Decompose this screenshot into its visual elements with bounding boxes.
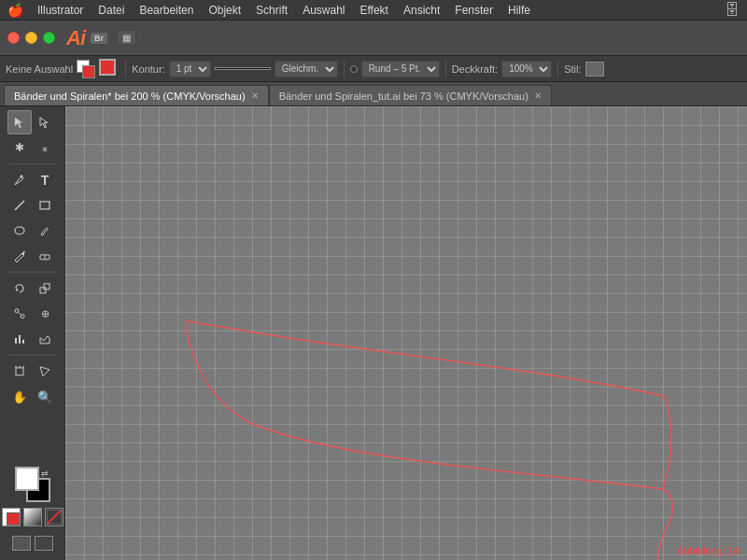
br-badge[interactable]: Br [91,33,107,44]
svg-rect-13 [19,335,21,343]
dropbox-icon: 🗄 [725,2,740,19]
rotate-tool[interactable] [7,276,32,301]
status-bar: Abbildung: 14 [677,545,740,556]
menu-bar: 🍎 Illustrator Datei Bearbeiten Objekt Sc… [0,0,747,21]
svg-point-3 [15,227,24,234]
properties-bar: Keine Auswahl Kontur: 1 pt 2 pt 3 pt Gle… [0,56,747,82]
svg-rect-7 [40,287,46,293]
menu-hilfe[interactable]: Hilfe [501,2,537,19]
pen-tool[interactable] [7,168,32,192]
fill-none-box[interactable] [2,508,21,526]
area-chart-tool[interactable] [33,327,57,351]
svg-point-0 [21,175,23,178]
tool-row-select [7,110,57,134]
tab-bar: Bänder und Spiralen* bei 200 % (CMYK/Vor… [0,82,747,106]
round-dropdown[interactable]: Rund – 5 Pt. [361,61,440,77]
svg-point-9 [15,309,19,313]
app-logo: Ai [66,26,85,50]
tool-row-pencil [7,244,57,268]
fill-color-box[interactable] [99,59,120,79]
menu-effekt[interactable]: Effekt [353,2,394,19]
minimize-button[interactable] [25,32,37,44]
none-box[interactable] [45,508,63,526]
tab-0-close[interactable]: ✕ [251,91,259,101]
swap-colors-icon[interactable]: ⇄ [41,469,49,478]
eraser-tool[interactable] [33,244,57,268]
stil-box[interactable] [585,62,604,77]
svg-rect-12 [15,338,17,343]
tool-sep-3 [8,355,57,356]
round-indicator [350,65,358,73]
menu-datei[interactable]: Datei [92,2,131,19]
svg-rect-15 [16,368,23,375]
close-button[interactable] [7,32,20,44]
separator3 [445,61,446,77]
maximize-button[interactable] [43,32,55,44]
rect-tool[interactable] [33,193,57,217]
svg-line-19 [47,510,62,525]
tab-0[interactable]: Bänder und Spiralen* bei 200 % (CMYK/Vor… [4,85,269,105]
brush-tool[interactable] [33,218,57,243]
menu-auswahl[interactable]: Auswahl [296,2,351,19]
gradient-box[interactable] [23,508,42,526]
no-selection-label: Keine Auswahl [6,63,73,75]
stroke-style-dropdown[interactable]: Gleichm. [275,61,338,77]
grid-button[interactable]: ▦ [117,30,136,46]
title-bar: Ai Br ▦ [0,21,747,56]
drawing-svg [65,106,747,560]
magic-wand-tool[interactable]: ⁎ [33,135,57,160]
foreground-color[interactable] [15,467,39,491]
screen-mode-row [12,536,53,551]
menu-ansicht[interactable]: Ansicht [397,2,446,19]
separator4 [557,61,558,77]
tab-1[interactable]: Bänder und Spiralen_tut.ai bei 73 % (CMY… [269,85,552,105]
tool-sep-2 [8,272,57,273]
stroke-color-indicator[interactable] [77,60,95,78]
tool-row-ellipse [7,218,57,243]
artboard-tool[interactable] [7,359,32,384]
normal-screen-button[interactable] [12,536,31,551]
tool-sep-1 [8,163,57,164]
tool-row-blend: ⊕ [7,301,57,326]
menu-fenster[interactable]: Fenster [448,2,500,19]
kontur-label: Kontur: [132,63,164,75]
stroke-preview [215,67,271,70]
tool-row-pen: T [7,168,57,192]
hand-tool[interactable]: ✋ [7,385,32,409]
svg-line-1 [15,201,24,210]
main-area: ✱ ⁎ T [0,106,747,560]
menu-illustrator[interactable]: Illustrator [31,2,90,19]
color-stack: ⇄ [15,467,50,502]
separator [125,61,126,77]
blend-tool[interactable] [7,301,32,326]
lasso-tool[interactable]: ✱ [7,135,32,160]
deckkraft-dropdown[interactable]: 100% [501,61,552,77]
kontur-dropdown[interactable]: 1 pt 2 pt 3 pt [169,61,211,77]
tab-1-close[interactable]: ✕ [534,91,542,101]
pencil-tool[interactable] [7,244,32,268]
svg-rect-14 [22,340,24,343]
direct-select-tool[interactable] [33,110,57,134]
menu-bearbeiten[interactable]: Bearbeiten [133,2,200,19]
svg-marker-6 [16,288,19,291]
slice-tool[interactable] [33,359,57,384]
bar-chart-tool[interactable] [7,327,32,351]
menu-objekt[interactable]: Objekt [202,2,247,19]
tab-1-label: Bänder und Spiralen_tut.ai bei 73 % (CMY… [279,91,529,102]
ellipse-tool[interactable] [7,218,32,243]
tool-row-hand: ✋ 🔍 [7,385,57,409]
status-label: Abbildung: 14 [677,545,740,556]
apple-menu[interactable]: 🍎 [7,3,23,18]
stil-label: Stil: [564,63,581,75]
selection-tool[interactable] [7,110,32,134]
menu-schrift[interactable]: Schrift [249,2,294,19]
color-area: ⇄ [2,461,63,556]
canvas-area[interactable]: Abbildung: 14 [65,106,747,560]
full-screen-button[interactable] [35,536,53,551]
symbol-tool[interactable]: ⊕ [33,301,57,326]
line-tool[interactable] [7,193,32,217]
zoom-tool[interactable]: 🔍 [33,385,57,409]
text-tool[interactable]: T [33,168,57,192]
scale-tool[interactable] [33,276,57,301]
separator2 [344,61,345,77]
